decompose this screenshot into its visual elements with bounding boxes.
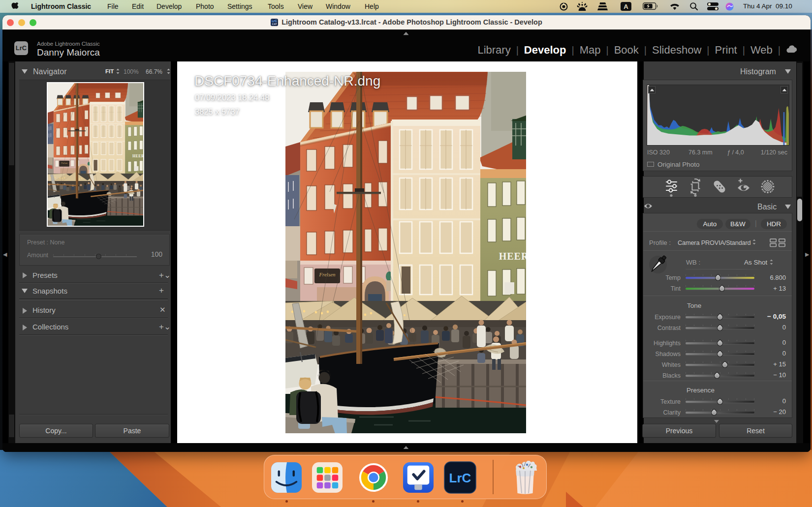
svg-text:CAT: CAT xyxy=(272,23,277,26)
svg-text:A: A xyxy=(624,3,628,10)
svg-text:LrC: LrC xyxy=(272,19,278,23)
svg-text:LrC: LrC xyxy=(449,471,471,485)
